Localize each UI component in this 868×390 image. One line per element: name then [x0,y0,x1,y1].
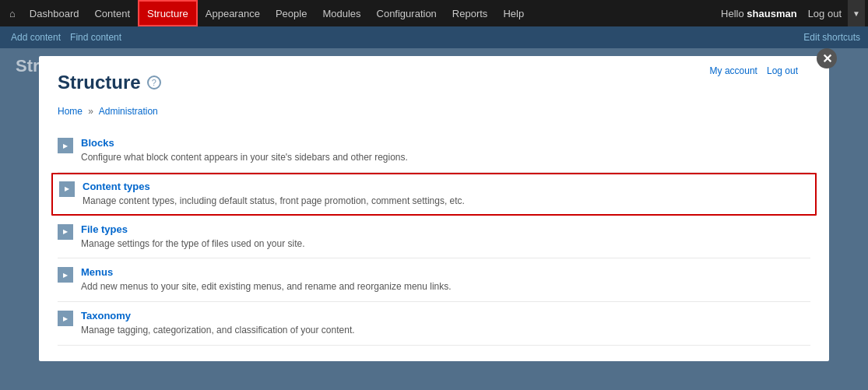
taxonomy-section: Taxonomy Manage tagging, categorization,… [58,302,810,346]
shortcuts-bar: Add content Find content Edit shortcuts [0,26,868,48]
edit-shortcuts-link[interactable]: Edit shortcuts [803,32,860,43]
structure-panel: My account Log out ✕ Structure ? Home » … [39,56,829,361]
nav-help[interactable]: Help [495,0,532,26]
menus-title[interactable]: Menus [81,266,810,278]
logout-link[interactable]: Log out [802,8,848,19]
blocks-desc: Configure what block content appears in … [81,152,408,163]
nav-modules[interactable]: Modules [315,0,368,26]
breadcrumb: Home » Administration [58,106,810,117]
help-icon[interactable]: ? [147,76,161,90]
nav-appearance[interactable]: Appearance [198,0,268,26]
content-types-content: Content types Manage content types, incl… [83,181,809,208]
nav-left: ⌂ Dashboard Content Structure Appearance… [3,0,716,26]
content-types-arrow[interactable] [59,181,75,197]
breadcrumb-admin[interactable]: Administration [99,106,158,117]
menus-arrow[interactable] [58,267,73,283]
nav-configuration[interactable]: Configuration [369,0,445,26]
structure-title: Structure [58,72,141,93]
content-types-desc: Manage content types, including default … [83,195,465,206]
blocks-arrow[interactable] [58,138,73,153]
blocks-content: Blocks Configure what block content appe… [81,137,810,164]
file-types-content: File types Manage settings for the type … [81,223,810,251]
my-account-link[interactable]: My account [710,65,757,76]
breadcrumb-separator: » [88,106,93,117]
menus-section: Menus Add new menus to your site, edit e… [58,258,810,302]
close-button[interactable]: ✕ [817,48,837,69]
content-types-section: Content types Manage content types, incl… [51,173,817,216]
blocks-title[interactable]: Blocks [81,137,810,149]
nav-dashboard[interactable]: Dashboard [22,0,87,26]
structure-heading: Structure ? [58,72,810,93]
find-content-link[interactable]: Find content [67,32,125,43]
home-icon[interactable]: ⌂ [3,0,22,26]
content-types-title[interactable]: Content types [83,181,809,192]
panel-logout-link[interactable]: Log out [767,65,798,76]
file-types-arrow[interactable] [58,224,73,240]
taxonomy-content: Taxonomy Manage tagging, categorization,… [81,310,810,337]
menus-content: Menus Add new menus to your site, edit e… [81,266,810,293]
hello-text: Hello shausman [716,8,802,19]
shortcuts-left: Add content Find content [8,32,125,43]
top-navigation: ⌂ Dashboard Content Structure Appearance… [0,0,868,26]
panel-top-links: My account Log out [710,65,798,76]
file-types-section: File types Manage settings for the type … [58,216,810,259]
main-area: Structure My account Log out ✕ Structure… [0,48,868,390]
nav-dropdown[interactable]: ▼ [848,0,865,26]
taxonomy-title[interactable]: Taxonomy [81,310,810,321]
file-types-desc: Manage settings for the type of files us… [81,238,305,249]
nav-people[interactable]: People [268,0,315,26]
file-types-title[interactable]: File types [81,223,810,235]
breadcrumb-home[interactable]: Home [58,106,83,117]
blocks-section: Blocks Configure what block content appe… [58,129,810,173]
nav-right: Hello shausman Log out ▼ [716,0,865,26]
taxonomy-arrow[interactable] [58,311,73,326]
nav-content[interactable]: Content [86,0,138,26]
taxonomy-desc: Manage tagging, categorization, and clas… [81,325,355,336]
nav-structure[interactable]: Structure [138,0,198,26]
add-content-link[interactable]: Add content [8,32,64,43]
menus-desc: Add new menus to your site, edit existin… [81,281,452,292]
nav-reports[interactable]: Reports [445,0,496,26]
username: shausman [747,8,796,19]
